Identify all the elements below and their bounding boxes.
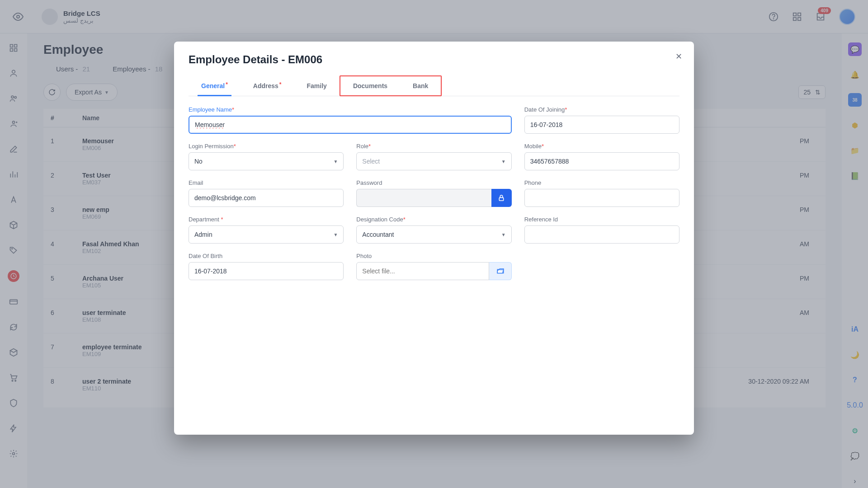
modal-tabs: General* Address* Family Documents Bank	[189, 76, 679, 96]
tab-documents[interactable]: Documents	[340, 76, 400, 95]
designation-label: Designation Code*	[356, 216, 511, 223]
reference-id-input[interactable]	[524, 225, 679, 244]
folder-open-icon[interactable]	[489, 262, 511, 280]
mobile-input[interactable]	[524, 152, 679, 170]
login-permission-select[interactable]: No▼	[189, 152, 344, 170]
email-label: Email	[189, 179, 344, 186]
svg-rect-21	[500, 197, 504, 201]
dob-input[interactable]	[189, 262, 344, 280]
tab-family[interactable]: Family	[294, 76, 340, 96]
mobile-label: Mobile*	[524, 143, 679, 150]
tab-general[interactable]: General*	[189, 76, 241, 96]
close-icon[interactable]: ✕	[675, 52, 682, 61]
password-label: Password	[356, 179, 511, 186]
employee-name-label: Employee Name*	[189, 106, 512, 113]
date-joining-input[interactable]	[524, 116, 679, 134]
photo-label: Photo	[356, 253, 511, 259]
login-permission-label: Login Permission*	[189, 143, 344, 150]
employee-name-input[interactable]	[189, 116, 512, 134]
department-label: Department *	[189, 216, 344, 223]
password-input[interactable]	[356, 189, 491, 207]
lock-icon[interactable]	[491, 189, 512, 207]
tab-bank[interactable]: Bank	[400, 76, 441, 95]
modal-title: Employee Details - EM006	[189, 53, 679, 66]
reference-id-label: Reference Id	[524, 216, 679, 223]
tab-address[interactable]: Address*	[241, 76, 294, 96]
role-label: Role*	[356, 143, 511, 150]
email-input[interactable]	[189, 189, 344, 207]
phone-label: Phone	[524, 179, 679, 186]
department-select[interactable]: Admin▼	[189, 225, 344, 244]
phone-input[interactable]	[524, 189, 679, 207]
photo-input[interactable]	[356, 262, 489, 280]
employee-details-modal: Employee Details - EM006 ✕ General* Addr…	[174, 42, 694, 435]
role-select[interactable]: Select▼	[356, 152, 511, 170]
dob-label: Date Of Birth	[189, 253, 344, 259]
designation-select[interactable]: Accountant▼	[356, 225, 511, 244]
date-joining-label: Date Of Joining*	[524, 106, 679, 113]
